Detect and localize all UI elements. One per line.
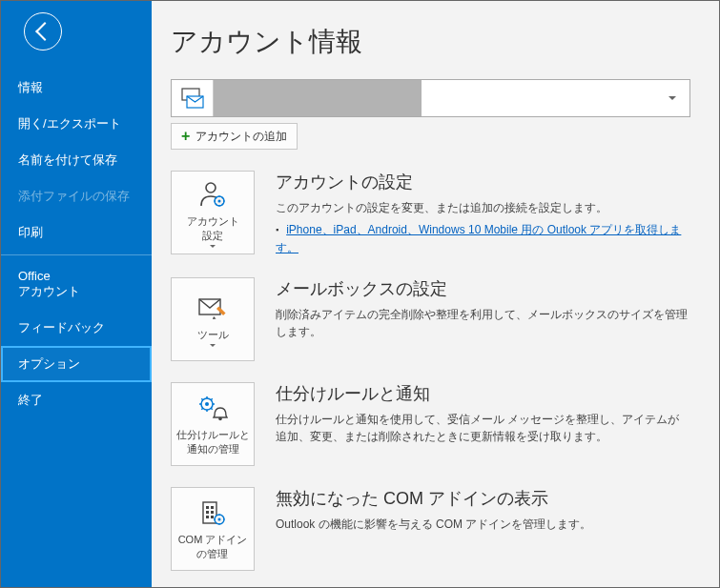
section-title: アカウントの設定	[276, 171, 690, 193]
svg-point-4	[218, 199, 221, 202]
sidebar-item-open-export[interactable]: 開く/エクスポート	[1, 106, 152, 142]
add-account-button[interactable]: + アカウントの追加	[171, 123, 298, 150]
tile-tools[interactable]: ツール	[171, 277, 255, 361]
svg-line-22	[201, 398, 203, 400]
svg-rect-33	[211, 516, 214, 518]
sidebar-item-feedback[interactable]: フィードバック	[1, 310, 152, 346]
svg-rect-29	[211, 506, 214, 509]
section-desc: Outlook の機能に影響を与える COM アドインを管理します。	[276, 516, 690, 533]
svg-line-11	[216, 203, 216, 204]
svg-point-2	[206, 183, 216, 193]
tile-rules-alerts[interactable]: 仕分けルールと 通知の管理	[171, 382, 255, 466]
account-dropdown[interactable]	[422, 80, 689, 116]
svg-rect-28	[206, 506, 209, 509]
tile-label: 仕分けルールと 通知の管理	[176, 428, 250, 456]
svg-point-35	[218, 518, 221, 521]
sidebar-item-print[interactable]: 印刷	[1, 214, 152, 251]
svg-rect-30	[206, 511, 209, 514]
page-title: アカウント情報	[171, 24, 690, 60]
sidebar-item-save-as[interactable]: 名前を付けて保存	[1, 142, 152, 178]
svg-line-24	[201, 408, 203, 410]
back-arrow-icon	[35, 22, 54, 41]
section-rules-alerts: 仕分けルールと 通知の管理 仕分けルールと通知 仕分けルールと通知を使用して、受…	[171, 382, 690, 466]
tile-account-settings[interactable]: アカウント 設定	[171, 171, 255, 254]
section-desc: 削除済みアイテムの完全削除や整理を利用して、メールボックスのサイズを管理します。	[276, 306, 690, 340]
back-button[interactable]	[24, 12, 62, 51]
envelope-pencil-icon	[197, 292, 228, 324]
tile-com-addins[interactable]: COM アドイン の管理	[171, 487, 255, 571]
svg-line-25	[211, 398, 213, 400]
sidebar-divider	[1, 254, 152, 255]
section-com-addins: COM アドイン の管理 無効になった COM アドインの表示 Outlook …	[171, 487, 690, 571]
gear-bell-icon	[197, 392, 228, 424]
svg-marker-15	[213, 316, 216, 319]
section-desc: 仕分けルールと通知を使用して、受信メール メッセージを整理し、アイテムが追加、変…	[276, 411, 690, 445]
svg-line-10	[222, 203, 223, 204]
svg-rect-31	[211, 511, 214, 514]
svg-point-26	[218, 417, 222, 421]
add-account-label: アカウントの追加	[195, 129, 287, 145]
section-mailbox-settings: ツール メールボックスの設定 削除済みアイテムの完全削除や整理を利用して、メール…	[171, 277, 690, 361]
section-title: 無効になった COM アドインの表示	[276, 487, 690, 510]
account-name-placeholder	[214, 80, 422, 116]
sidebar-item-exit[interactable]: 終了	[1, 382, 152, 418]
outlook-app-link[interactable]: iPhone、iPad、Android、Windows 10 Mobile 用の…	[276, 223, 681, 254]
svg-line-9	[216, 197, 216, 198]
tile-label: ツール	[197, 328, 229, 342]
section-desc: このアカウントの設定を変更、または追加の接続を設定します。	[276, 199, 690, 216]
section-title: 仕分けルールと通知	[276, 382, 690, 405]
chevron-down-icon	[210, 245, 216, 248]
chevron-down-icon	[210, 344, 216, 347]
account-selector[interactable]	[171, 79, 690, 117]
section-title: メールボックスの設定	[276, 277, 690, 300]
building-gear-icon	[198, 497, 227, 529]
sidebar: 情報 開く/エクスポート 名前を付けて保存 添付ファイルの保存 印刷 Offic…	[1, 1, 152, 587]
chevron-down-icon	[669, 96, 676, 100]
account-type-icon	[172, 80, 214, 116]
sidebar-item-options[interactable]: オプション	[1, 346, 152, 382]
plus-icon: +	[181, 128, 190, 145]
svg-line-12	[222, 197, 223, 198]
tile-label: アカウント 設定	[187, 214, 239, 243]
sidebar-item-info[interactable]: 情報	[1, 70, 152, 106]
person-gear-icon	[198, 178, 227, 211]
section-account-settings: アカウント 設定 アカウントの設定 このアカウントの設定を変更、または追加の接続…	[171, 171, 690, 256]
svg-line-23	[211, 408, 213, 410]
sidebar-item-save-attachments: 添付ファイルの保存	[1, 178, 152, 214]
sidebar-item-office-account[interactable]: Office アカウント	[1, 259, 152, 310]
svg-point-17	[205, 402, 209, 406]
tile-label: COM アドイン の管理	[178, 533, 248, 561]
main-content: アカウント情報 + アカウントの追加	[152, 1, 719, 587]
svg-rect-32	[206, 516, 209, 518]
